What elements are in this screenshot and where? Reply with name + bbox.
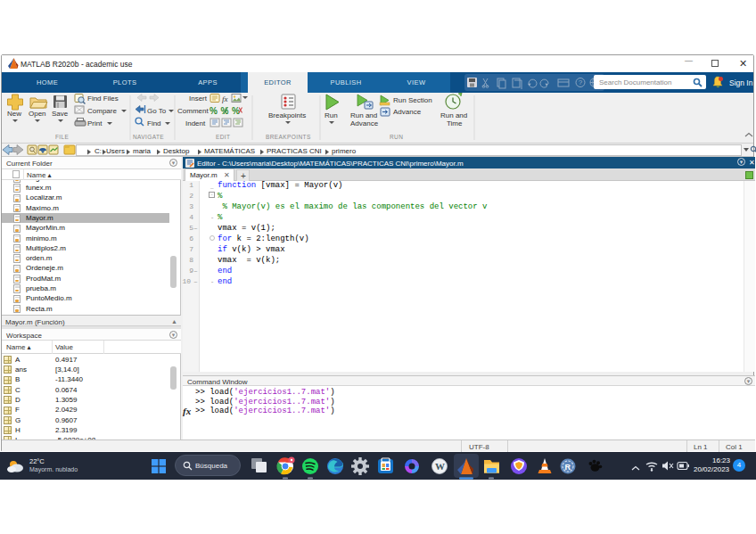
svg-text:%: % <box>210 106 218 116</box>
svg-text:W: W <box>435 461 445 472</box>
svg-text:fx: fx <box>222 94 228 103</box>
svg-text:R: R <box>565 463 571 472</box>
svg-text:%: % <box>232 106 240 116</box>
svg-text:?: ? <box>579 78 583 86</box>
